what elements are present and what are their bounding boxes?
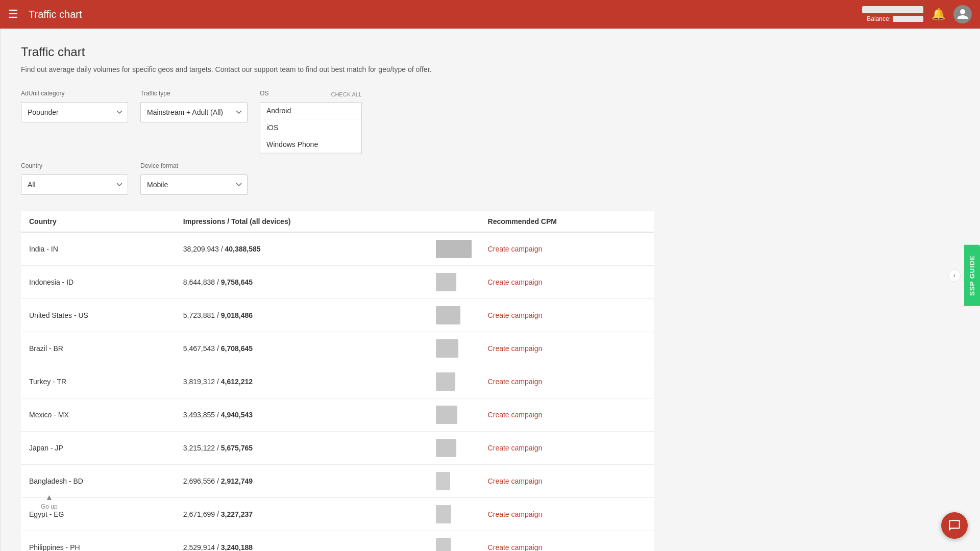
cell-cpm-bar: [428, 432, 480, 465]
col-cpm-label: Recommended CPM: [480, 211, 654, 232]
cell-cpm-bar: [428, 266, 480, 299]
create-campaign-link[interactable]: Create campaign: [488, 311, 543, 319]
traffic-type-label: Traffic type: [140, 90, 248, 97]
adunit-filter-group: AdUnit category Popunder Banner Video: [21, 90, 128, 154]
create-campaign-link[interactable]: Create campaign: [488, 510, 543, 518]
country-filter-group: Country All India Indonesia United State…: [21, 162, 128, 195]
create-campaign-link[interactable]: Create campaign: [488, 378, 543, 386]
table-row: Bangladesh - BD 2,696,556 / 2,912,749 Cr…: [21, 465, 654, 498]
cell-impressions: 8,644,838 / 9,758,645: [175, 266, 428, 299]
cell-country: Indonesia - ID: [21, 266, 175, 299]
create-campaign-link[interactable]: Create campaign: [488, 245, 543, 253]
main-content: Traffic chart Find out average daily vol…: [1, 29, 674, 551]
table-row: Egypt - EG 2,671,699 / 3,227,237 Create …: [21, 498, 654, 531]
balance-bar: [862, 6, 923, 13]
cell-country: United States - US: [21, 299, 175, 332]
page-subtitle: Find out average daily volumes for speci…: [21, 65, 654, 73]
cell-cpm-bar: [428, 498, 480, 531]
table-row: Mexico - MX 3,493,855 / 4,940,543 Create…: [21, 398, 654, 432]
cell-country: Brazil - BR: [21, 332, 175, 365]
table-body: India - IN 38,209,943 / 40,388,585 Creat…: [21, 232, 654, 551]
col-cpm: [428, 211, 480, 232]
go-up-arrow-icon: ▲: [45, 493, 53, 502]
cell-cpm-bar: [428, 299, 480, 332]
os-option-blackberry[interactable]: BlackBerry OS: [260, 153, 361, 154]
cell-cpm-bar: [428, 465, 480, 498]
ssp-chevron[interactable]: ‹: [948, 269, 961, 282]
cell-impressions: 3,819,312 / 4,612,212: [175, 365, 428, 398]
os-dropdown-box: Android iOS Windows Phone BlackBerry OS: [260, 102, 362, 154]
table-row: Japan - JP 3,215,122 / 5,675,765 Create …: [21, 432, 654, 465]
cell-create-campaign: Create campaign: [480, 365, 654, 398]
page-title: Traffic chart: [21, 45, 654, 59]
cell-create-campaign: Create campaign: [480, 465, 654, 498]
adunit-select[interactable]: Popunder Banner Video: [21, 102, 128, 122]
os-header: OS CHECK ALL: [260, 90, 362, 99]
table-header: Country Impressions / Total (all devices…: [21, 211, 654, 232]
cell-impressions: 2,529,914 / 3,240,188: [175, 531, 428, 552]
avatar[interactable]: [953, 5, 972, 23]
filters-row-2: Country All India Indonesia United State…: [21, 162, 654, 195]
cell-impressions: 3,493,855 / 4,940,543: [175, 398, 428, 432]
traffic-table: Country Impressions / Total (all devices…: [21, 211, 654, 551]
page-wrapper: Traffic chart Find out average daily vol…: [0, 29, 980, 551]
os-option-windows-phone[interactable]: Windows Phone: [260, 136, 361, 153]
ssp-guide-tab[interactable]: SSP GUIDE: [964, 245, 980, 306]
cell-impressions: 2,696,556 / 2,912,749: [175, 465, 428, 498]
os-label: OS: [260, 90, 268, 97]
go-up-label: Go up: [41, 503, 58, 510]
create-campaign-link[interactable]: Create campaign: [488, 411, 543, 419]
nav-actions: Balance: 🔔: [862, 5, 972, 23]
device-format-filter-group: Device format Mobile Desktop Tablet: [140, 162, 248, 195]
country-select[interactable]: All India Indonesia United States: [21, 174, 128, 195]
os-option-ios[interactable]: iOS: [260, 119, 361, 136]
filters-row: AdUnit category Popunder Banner Video Tr…: [21, 90, 654, 154]
device-format-select[interactable]: Mobile Desktop Tablet: [140, 174, 248, 195]
create-campaign-link[interactable]: Create campaign: [488, 278, 543, 286]
os-list: Android iOS Windows Phone BlackBerry OS: [260, 103, 361, 154]
cell-impressions: 3,215,122 / 5,675,765: [175, 432, 428, 465]
check-all-button[interactable]: CHECK ALL: [331, 91, 362, 97]
os-option-android[interactable]: Android: [260, 103, 361, 119]
create-campaign-link[interactable]: Create campaign: [488, 543, 543, 551]
table-row: Philippines - PH 2,529,914 / 3,240,188 C…: [21, 531, 654, 552]
balance-label: Balance:: [867, 15, 923, 22]
country-label: Country: [21, 162, 128, 169]
cell-cpm-bar: [428, 398, 480, 432]
cell-create-campaign: Create campaign: [480, 531, 654, 552]
cell-country: Mexico - MX: [21, 398, 175, 432]
table-row: Indonesia - ID 8,644,838 / 9,758,645 Cre…: [21, 266, 654, 299]
table-row: India - IN 38,209,943 / 40,388,585 Creat…: [21, 232, 654, 266]
cell-create-campaign: Create campaign: [480, 299, 654, 332]
cell-country: Japan - JP: [21, 432, 175, 465]
cell-create-campaign: Create campaign: [480, 266, 654, 299]
bell-icon[interactable]: 🔔: [932, 8, 945, 21]
cell-cpm-bar: [428, 531, 480, 552]
traffic-type-filter-group: Traffic type Mainstream + Adult (All) Ma…: [140, 90, 248, 154]
create-campaign-link[interactable]: Create campaign: [488, 444, 543, 452]
app-title: Traffic chart: [29, 9, 862, 20]
col-impressions: Impressions / Total (all devices): [175, 211, 428, 232]
create-campaign-link[interactable]: Create campaign: [488, 477, 543, 485]
balance-area: Balance:: [862, 6, 923, 22]
adunit-label: AdUnit category: [21, 90, 128, 97]
go-up-button[interactable]: ▲ Go up: [41, 493, 58, 510]
cell-cpm-bar: [428, 365, 480, 398]
os-filter-group: OS CHECK ALL Android iOS Windows Phone B…: [260, 90, 362, 154]
create-campaign-link[interactable]: Create campaign: [488, 344, 543, 353]
device-format-label: Device format: [140, 162, 248, 169]
cell-impressions: 38,209,943 / 40,388,585: [175, 232, 428, 266]
chat-button[interactable]: [941, 512, 968, 539]
cell-impressions: 5,467,543 / 6,708,645: [175, 332, 428, 365]
menu-icon[interactable]: ☰: [8, 8, 18, 21]
cell-create-campaign: Create campaign: [480, 398, 654, 432]
cell-create-campaign: Create campaign: [480, 498, 654, 531]
cell-cpm-bar: [428, 332, 480, 365]
top-navigation: ☰ Traffic chart Balance: 🔔: [0, 0, 980, 29]
table-header-row: Country Impressions / Total (all devices…: [21, 211, 654, 232]
traffic-type-select[interactable]: Mainstream + Adult (All) Mainstream Adul…: [140, 102, 248, 122]
cell-country: Philippines - PH: [21, 531, 175, 552]
cell-country: India - IN: [21, 232, 175, 266]
cell-cpm-bar: [428, 232, 480, 266]
cell-impressions: 2,671,699 / 3,227,237: [175, 498, 428, 531]
